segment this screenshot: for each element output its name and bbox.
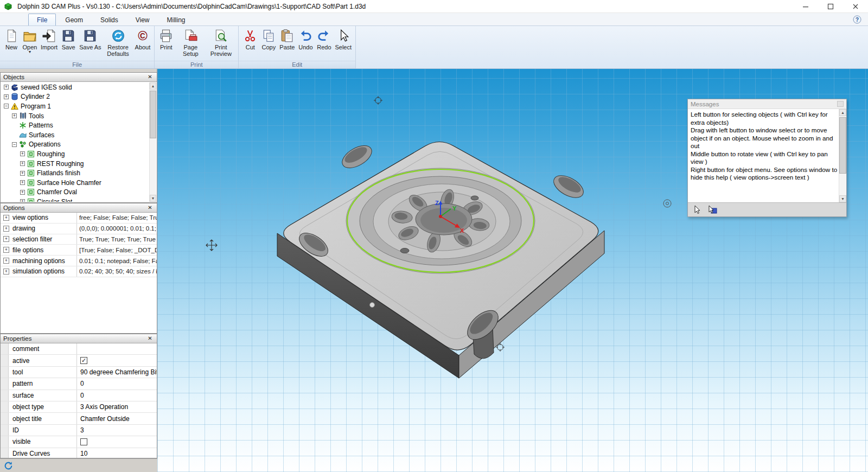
- active-checkbox[interactable]: ✓: [80, 357, 87, 364]
- window-select-cursor-icon[interactable]: [707, 205, 717, 215]
- tree-item-patterns[interactable]: Patterns: [1, 120, 149, 130]
- property-value[interactable]: 0: [80, 392, 84, 399]
- property-value[interactable]: 10: [80, 450, 87, 457]
- close-icon[interactable]: ✕: [146, 205, 154, 212]
- maximize-button[interactable]: [818, 0, 843, 12]
- expand-icon[interactable]: +: [12, 113, 17, 118]
- tab-view[interactable]: View: [127, 14, 158, 25]
- option-row-simulation-options[interactable]: +simulation options0.02; 40; 30; 50; 40;…: [1, 266, 157, 277]
- property-value[interactable]: Chamfer Outside: [80, 415, 130, 423]
- ribbon-groups: NewOpen▼ImportSaveSave AsRestore Default…: [0, 26, 868, 68]
- messages-title-bar[interactable]: Messages: [688, 99, 846, 109]
- option-value[interactable]: True; True; True; True; True: [76, 234, 157, 245]
- new-button[interactable]: New: [2, 28, 21, 50]
- expand-icon[interactable]: +: [20, 190, 25, 195]
- tree-item-sewed-iges-solid[interactable]: +sewed IGES solid: [1, 82, 149, 92]
- scroll-down-icon[interactable]: ▼: [839, 195, 846, 202]
- close-icon[interactable]: ✕: [146, 74, 154, 81]
- restore-defaults-button[interactable]: Restore Defaults: [103, 28, 133, 58]
- tree-item-label: Cylinder 2: [21, 93, 50, 100]
- paste-button[interactable]: Paste: [278, 28, 296, 50]
- property-value[interactable]: 3: [80, 426, 84, 434]
- expand-icon[interactable]: +: [3, 215, 9, 221]
- tree-item-surfaces[interactable]: Surfaces: [1, 130, 149, 140]
- messages-resize-handle[interactable]: [837, 101, 844, 107]
- property-row-active: active✓: [1, 355, 157, 366]
- save-as-button[interactable]: Save As: [78, 28, 103, 50]
- 3d-viewport[interactable]: Z Y X Messages Left button for selecting…: [157, 69, 868, 472]
- scroll-up-icon[interactable]: ▲: [839, 109, 846, 116]
- option-row-machining-options[interactable]: +machining options0.01; 0.1; notepad; Fa…: [1, 256, 157, 266]
- print-button[interactable]: Print: [157, 28, 175, 50]
- collapse-icon[interactable]: −: [12, 142, 17, 147]
- undo-button[interactable]: Undo: [296, 28, 315, 50]
- option-value[interactable]: free; False; False; False; Tru: [76, 213, 157, 223]
- expand-icon[interactable]: +: [20, 161, 25, 166]
- close-button[interactable]: [843, 0, 868, 12]
- chevron-down-icon[interactable]: ▼: [28, 50, 32, 54]
- about-button[interactable]: ©About: [133, 28, 152, 50]
- expand-icon[interactable]: +: [3, 226, 9, 232]
- expand-icon[interactable]: +: [3, 258, 9, 264]
- copy-button[interactable]: Copy: [259, 28, 278, 50]
- property-label: pattern: [9, 378, 77, 389]
- property-value[interactable]: 90 degreee Chamfering Bit: [80, 368, 157, 376]
- option-row-selection-filter[interactable]: +selection filterTrue; True; True; True;…: [1, 234, 157, 245]
- redo-button[interactable]: Redo: [315, 28, 333, 50]
- import-button[interactable]: Import: [39, 28, 59, 50]
- expand-icon[interactable]: +: [4, 94, 9, 99]
- scrollbar-thumb[interactable]: [150, 91, 156, 138]
- option-row-view-options[interactable]: +view optionsfree; False; False; False; …: [1, 213, 157, 224]
- expand-icon[interactable]: +: [20, 151, 25, 156]
- expand-icon[interactable]: +: [20, 199, 25, 202]
- tree-item-chamfer-oval[interactable]: +Chamfer Oval: [1, 188, 149, 197]
- print-preview-button[interactable]: Print Preview: [206, 28, 236, 58]
- tab-geom[interactable]: Geom: [57, 14, 91, 25]
- regenerate-icon[interactable]: [4, 461, 13, 470]
- expand-icon[interactable]: +: [3, 269, 9, 275]
- expand-icon[interactable]: +: [3, 236, 9, 242]
- expand-icon[interactable]: +: [20, 171, 25, 176]
- page-setup-button[interactable]: Page Setup: [175, 28, 206, 58]
- property-value[interactable]: 0: [80, 380, 84, 387]
- tab-solids[interactable]: Solids: [92, 14, 126, 25]
- option-value[interactable]: [True; False; False; _DOT_D: [76, 245, 157, 255]
- tree-item-program-1[interactable]: −Program 1: [1, 101, 149, 111]
- objects-scrollbar[interactable]: ▲ ▼: [149, 82, 156, 202]
- option-value[interactable]: 0.01; 0.1; notepad; False; Fa: [76, 256, 157, 266]
- tree-item-tools[interactable]: +Tools: [1, 111, 149, 121]
- button-label: Import: [41, 44, 58, 50]
- collapse-icon[interactable]: −: [4, 104, 9, 109]
- tree-item-operations[interactable]: −Operations: [1, 140, 149, 150]
- save-button[interactable]: Save: [59, 28, 78, 50]
- tab-file[interactable]: File: [28, 14, 56, 25]
- option-row-file-options[interactable]: +file options[True; False; False; _DOT_D: [1, 245, 157, 256]
- select-button[interactable]: Select: [333, 28, 353, 50]
- help-icon[interactable]: ?: [853, 15, 861, 24]
- tree-item-surface-hole-chamfer[interactable]: +Surface Hole Chamfer: [1, 178, 149, 188]
- option-value[interactable]: (0,0,0); 0.000001; 0.01; 0.1; 1: [76, 224, 157, 234]
- expand-icon[interactable]: +: [20, 180, 25, 185]
- expand-icon[interactable]: +: [3, 247, 9, 253]
- tab-milling[interactable]: Milling: [159, 14, 194, 25]
- property-value[interactable]: 3 Axis Operation: [80, 403, 128, 411]
- option-value[interactable]: 0.02; 40; 30; 50; 40; sizes / i: [76, 266, 157, 277]
- option-row-drawing[interactable]: +drawing(0,0,0); 0.000001; 0.01; 0.1; 1: [1, 224, 157, 234]
- open-button[interactable]: Open▼: [21, 28, 39, 54]
- minimize-button[interactable]: [793, 0, 818, 12]
- tree-item-cylinder-2[interactable]: +Cylinder 2: [1, 92, 149, 102]
- tree-item-rest-roughing[interactable]: +REST Roughing: [1, 159, 149, 169]
- operation-icon: [27, 188, 35, 196]
- select-cursor-icon[interactable]: [693, 205, 703, 215]
- scroll-down-icon[interactable]: ▼: [150, 195, 156, 202]
- scroll-up-icon[interactable]: ▲: [150, 82, 156, 90]
- tree-item-roughing[interactable]: +Roughing: [1, 149, 149, 159]
- messages-scrollbar[interactable]: ▲ ▼: [839, 109, 846, 202]
- tree-item-flatlands-finish[interactable]: +Flatlands finish: [1, 168, 149, 178]
- cut-button[interactable]: Cut: [241, 28, 259, 50]
- expand-icon[interactable]: +: [4, 85, 9, 90]
- close-icon[interactable]: ✕: [146, 335, 154, 342]
- visible-checkbox[interactable]: [80, 438, 87, 445]
- scrollbar-thumb[interactable]: [839, 117, 846, 174]
- tree-item-circular-slot[interactable]: +Circular Slot: [1, 197, 149, 202]
